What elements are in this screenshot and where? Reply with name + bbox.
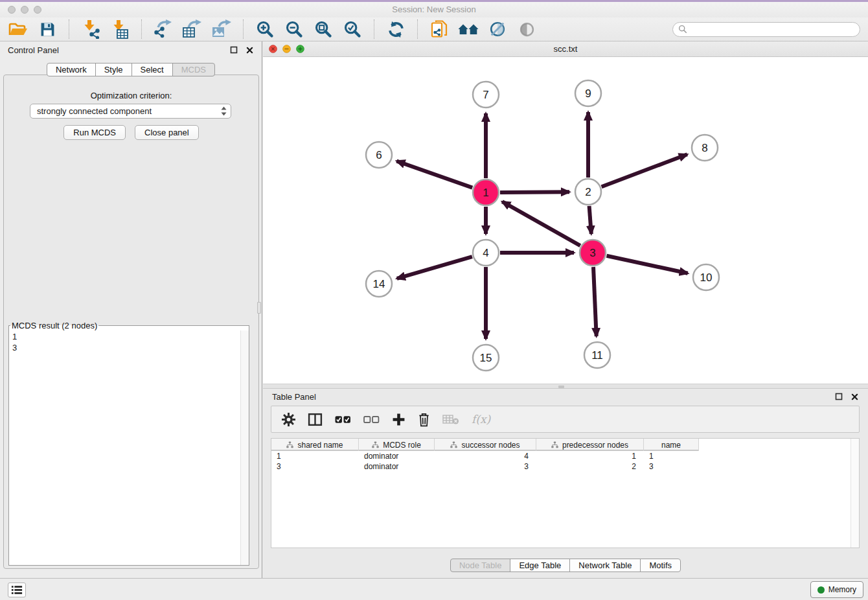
create-column-plus-icon[interactable] <box>392 413 405 426</box>
cell-predecessor-nodes[interactable]: 2 <box>536 461 644 472</box>
memory-label: Memory <box>828 585 856 594</box>
zoom-in-icon[interactable] <box>255 19 275 40</box>
column-header-shared-name[interactable]: shared name <box>271 439 359 451</box>
export-image-icon[interactable] <box>211 19 232 40</box>
delete-column-trash-icon[interactable] <box>418 412 430 427</box>
horizontal-splitter[interactable] <box>263 384 868 389</box>
graph-node-3[interactable]: 3 <box>580 240 606 266</box>
tab-edge-table[interactable]: Edge Table <box>510 559 570 572</box>
zoom-out-icon[interactable] <box>284 19 304 40</box>
export-table-icon[interactable] <box>182 19 203 40</box>
tab-select[interactable]: Select <box>131 63 173 76</box>
select-all-icon[interactable] <box>335 415 351 424</box>
cell-name[interactable]: 1 <box>644 451 699 461</box>
cell-shared-name[interactable]: 3 <box>271 461 359 472</box>
result-scrollbar[interactable] <box>240 330 249 565</box>
column-header-mcds-role[interactable]: MCDS role <box>359 439 435 451</box>
show-columns-icon[interactable] <box>308 413 323 426</box>
cell-filler <box>699 461 859 472</box>
search-box[interactable] <box>672 22 860 37</box>
cell-successor-nodes[interactable]: 3 <box>435 461 536 472</box>
main-toolbar <box>0 17 868 41</box>
svg-text:6: 6 <box>376 149 382 161</box>
zoom-fit-icon[interactable] <box>313 19 334 40</box>
graph-edge-2-3[interactable] <box>589 206 591 234</box>
tab-network-table[interactable]: Network Table <box>569 559 641 572</box>
graph-edge-3-1[interactable] <box>502 202 580 246</box>
tab-motifs[interactable]: Motifs <box>640 559 681 572</box>
graph-node-4[interactable]: 4 <box>473 240 499 266</box>
cell-filler <box>699 451 859 461</box>
cell-predecessor-nodes[interactable]: 1 <box>536 451 644 461</box>
open-session-icon[interactable] <box>8 19 29 40</box>
table-settings-gear-icon[interactable] <box>282 413 295 426</box>
import-table-icon[interactable] <box>109 19 130 40</box>
column-header-name[interactable]: name <box>644 439 699 451</box>
graph-node-6[interactable]: 6 <box>366 142 392 168</box>
mcds-result-item: 3 <box>12 342 236 353</box>
graph-node-11[interactable]: 11 <box>584 342 610 368</box>
graph-node-2[interactable]: 2 <box>575 179 601 205</box>
criterion-select[interactable]: strongly connected component <box>30 104 231 119</box>
graph-edge-1-6[interactable] <box>396 161 472 188</box>
cell-mcds-role[interactable]: dominator <box>359 451 435 461</box>
home-first-neighbors-icon[interactable] <box>458 19 479 40</box>
cell-successor-nodes[interactable]: 4 <box>435 451 536 461</box>
hierarchy-icon <box>450 441 457 448</box>
graph-node-1[interactable]: 1 <box>473 179 499 205</box>
hierarchy-icon <box>286 441 293 448</box>
memory-button[interactable]: Memory <box>810 581 863 598</box>
graph-edge-3-11[interactable] <box>593 267 597 336</box>
table-scrollbar[interactable] <box>851 439 859 548</box>
hide-graphics-details-icon[interactable] <box>487 19 508 40</box>
graph-edge-4-14[interactable] <box>397 257 472 279</box>
tab-mcds[interactable]: MCDS <box>172 63 215 76</box>
graph-node-14[interactable]: 14 <box>366 271 392 297</box>
zoom-selected-icon[interactable] <box>342 19 363 40</box>
graph-edge-1-2[interactable] <box>500 192 569 192</box>
node-table[interactable]: shared name MCDS role successor nodes pr… <box>271 438 860 548</box>
float-panel-icon[interactable] <box>834 392 843 401</box>
duplicate-network-icon[interactable] <box>429 19 450 40</box>
run-mcds-button[interactable]: Run MCDS <box>63 125 126 140</box>
mcds-result-item: 1 <box>12 331 236 342</box>
task-history-button[interactable] <box>8 583 26 597</box>
mcds-result-list[interactable]: 1 3 <box>9 330 240 565</box>
search-input[interactable] <box>691 25 854 34</box>
graph-node-7[interactable]: 7 <box>473 82 499 108</box>
vertical-splitter-grip[interactable] <box>257 302 261 314</box>
svg-text:9: 9 <box>585 87 591 100</box>
network-graph[interactable]: 7968124314101511 <box>263 57 868 384</box>
toolbar-separator <box>374 19 374 39</box>
cell-name[interactable]: 3 <box>644 461 699 472</box>
close-panel-icon[interactable] <box>245 45 254 54</box>
deselect-all-icon[interactable] <box>363 415 380 424</box>
import-network-icon[interactable] <box>80 19 101 40</box>
graph-node-8[interactable]: 8 <box>692 135 718 161</box>
network-canvas[interactable]: 7968124314101511 <box>263 57 868 384</box>
tab-style[interactable]: Style <box>95 63 132 76</box>
column-header-predecessor-nodes[interactable]: predecessor nodes <box>536 439 644 451</box>
svg-text:7: 7 <box>483 89 488 101</box>
graph-edge-2-8[interactable] <box>602 154 687 187</box>
refresh-icon[interactable] <box>385 19 406 40</box>
cell-mcds-role[interactable]: dominator <box>359 461 435 472</box>
graph-node-9[interactable]: 9 <box>575 80 601 106</box>
close-panel-button[interactable]: Close panel <box>135 125 199 140</box>
cell-shared-name[interactable]: 1 <box>271 451 359 461</box>
float-panel-icon[interactable] <box>229 45 238 54</box>
graph-node-15[interactable]: 15 <box>473 345 499 371</box>
tab-node-table[interactable]: Node Table <box>450 559 511 572</box>
save-session-icon[interactable] <box>37 19 58 40</box>
horizontal-splitter-grip[interactable] <box>558 386 564 388</box>
export-network-icon[interactable] <box>153 19 174 40</box>
svg-text:8: 8 <box>702 142 707 154</box>
memory-status-dot <box>817 586 825 594</box>
close-panel-icon[interactable] <box>850 392 859 401</box>
column-header-successor-nodes[interactable]: successor nodes <box>435 439 536 451</box>
table-row[interactable]: 1 dominator 4 1 1 <box>271 451 859 461</box>
table-row[interactable]: 3 dominator 3 2 3 <box>271 461 859 472</box>
tab-network[interactable]: Network <box>47 63 96 76</box>
graph-node-10[interactable]: 10 <box>693 264 719 290</box>
graph-edge-3-10[interactable] <box>607 256 688 273</box>
